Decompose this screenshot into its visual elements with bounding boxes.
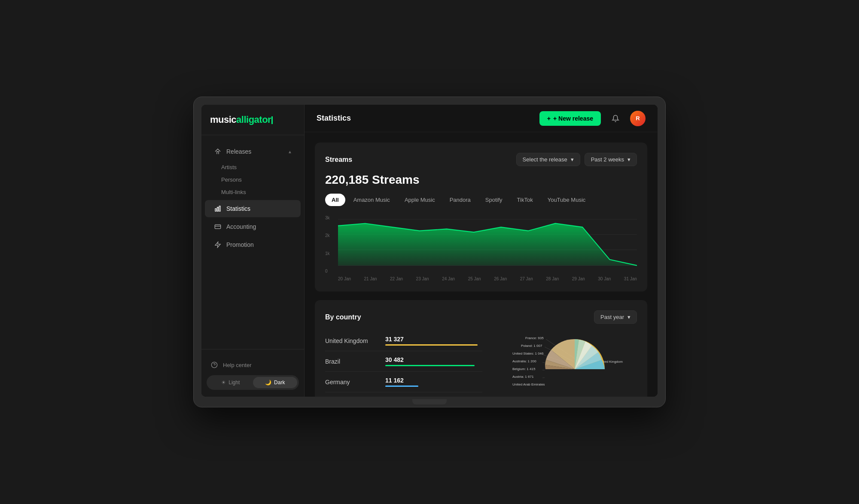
home-icon xyxy=(213,147,222,156)
tab-spotify[interactable]: Spotify xyxy=(479,194,509,206)
svg-text:United States: 1 046: United States: 1 046 xyxy=(512,352,544,355)
period-dropdown[interactable]: Past 2 weeks ▾ xyxy=(585,153,637,166)
sidebar-sub-persons[interactable]: Persons xyxy=(201,173,304,186)
country-value: 30 482 xyxy=(385,356,482,363)
releases-label: Releases xyxy=(226,148,288,155)
promotion-label: Promotion xyxy=(226,241,292,248)
svg-text:France: 935: France: 935 xyxy=(525,336,544,340)
svg-rect-3 xyxy=(215,225,220,228)
country-bar xyxy=(385,365,475,366)
platform-tabs: All Amazon Music Apple Music Pandora Spo… xyxy=(325,194,637,206)
accounting-label: Accounting xyxy=(226,223,292,230)
new-release-button[interactable]: + + New release xyxy=(539,111,601,126)
country-section: United Kingdom 31 327 Brazil 3 xyxy=(325,331,637,397)
theme-toggle: ☀ Light 🌙 Dark xyxy=(207,375,299,390)
content-area: Streams Select the release ▾ Past 2 week… xyxy=(305,132,658,397)
svg-text:Australia: 1 200: Australia: 1 200 xyxy=(512,359,536,363)
tab-pandora[interactable]: Pandora xyxy=(443,194,477,206)
svg-rect-2 xyxy=(219,206,220,211)
country-bar-area: 11 162 xyxy=(385,377,482,387)
sidebar: musicalligator Releases ▲ xyxy=(201,105,305,397)
help-center-item[interactable]: Help center xyxy=(205,356,301,373)
sidebar-bottom: Help center ☀ Light 🌙 Dark xyxy=(201,349,304,397)
tab-tiktok[interactable]: TikTok xyxy=(511,194,539,206)
donut-chart: France: 935 Poland: 1 007 United States:… xyxy=(504,331,624,397)
country-name: Germany xyxy=(325,379,385,386)
country-list: United Kingdom 31 327 Brazil 3 xyxy=(325,331,482,397)
streams-title: Streams xyxy=(325,156,352,164)
chevron-down-icon2: ▾ xyxy=(627,156,631,163)
svg-rect-1 xyxy=(217,207,219,211)
country-card-header: By country Past year ▾ xyxy=(325,310,637,324)
svg-rect-28 xyxy=(545,369,605,397)
topbar: Statistics + + New release R xyxy=(305,105,658,132)
country-value: 31 327 xyxy=(385,336,482,343)
sun-icon: ☀ xyxy=(221,380,226,386)
laptop-frame: musicalligator Releases ▲ xyxy=(193,97,666,407)
donut-chart-area: France: 935 Poland: 1 007 United States:… xyxy=(491,331,637,397)
app-layout: musicalligator Releases ▲ xyxy=(201,105,658,397)
select-release-dropdown[interactable]: Select the release ▾ xyxy=(516,153,580,166)
country-row: Germany 11 162 xyxy=(325,372,482,392)
sidebar-item-statistics[interactable]: Statistics xyxy=(205,200,301,217)
svg-text:Poland: 1 007: Poland: 1 007 xyxy=(521,344,542,348)
laptop-base xyxy=(201,397,658,407)
country-title: By country xyxy=(325,313,361,321)
streams-card-header: Streams Select the release ▾ Past 2 week… xyxy=(325,153,637,166)
svg-text:Belgium: 1 415: Belgium: 1 415 xyxy=(512,367,536,371)
country-card: By country Past year ▾ United Kingdom xyxy=(315,300,647,397)
country-row: Brazil 30 482 xyxy=(325,351,482,372)
statistics-label: Statistics xyxy=(226,205,292,212)
dark-theme-btn[interactable]: 🌙 Dark xyxy=(253,377,298,388)
country-bar xyxy=(385,386,418,387)
tab-youtube[interactable]: YouTube Music xyxy=(541,194,592,206)
releases-section: Releases ▲ Artists Persons Multi-links xyxy=(201,143,304,198)
logo-area: musicalligator xyxy=(201,105,304,135)
barchart-icon xyxy=(213,204,222,213)
tab-apple[interactable]: Apple Music xyxy=(398,194,442,206)
chart-area xyxy=(338,215,637,275)
sidebar-sub-artists[interactable]: Artists xyxy=(201,161,304,173)
chart-x-labels: 20 Jan 21 Jan 22 Jan 23 Jan 24 Jan 25 Ja… xyxy=(338,275,637,281)
streams-total: 220,185 Streams xyxy=(325,173,637,187)
notification-bell-icon[interactable] xyxy=(608,111,623,126)
sidebar-sub-multilinks[interactable]: Multi-links xyxy=(201,186,304,198)
country-value: 11 162 xyxy=(385,377,482,384)
chevron-icon: ▲ xyxy=(288,149,292,154)
help-icon xyxy=(210,361,219,369)
avatar[interactable]: R xyxy=(630,111,646,126)
country-bar-area: 30 482 xyxy=(385,356,482,366)
creditcard-icon xyxy=(213,222,222,231)
chevron-down-icon3: ▾ xyxy=(627,314,631,320)
light-theme-btn[interactable]: ☀ Light xyxy=(208,377,253,388)
sidebar-item-releases[interactable]: Releases ▲ xyxy=(205,143,301,160)
country-name: Brazil xyxy=(325,358,385,365)
sidebar-nav: Releases ▲ Artists Persons Multi-links xyxy=(201,135,304,349)
y-axis: 3k 2k 1k 0 xyxy=(325,215,330,274)
topbar-actions: + + New release R xyxy=(539,111,646,126)
tab-all[interactable]: All xyxy=(325,194,345,206)
tab-amazon[interactable]: Amazon Music xyxy=(347,194,396,206)
lightning-icon xyxy=(213,240,222,249)
laptop-screen: musicalligator Releases ▲ xyxy=(201,105,658,397)
svg-marker-5 xyxy=(215,242,220,247)
chart-svg xyxy=(338,215,637,275)
plus-icon: + xyxy=(547,115,551,122)
laptop-notch xyxy=(412,399,447,404)
chevron-down-icon: ▾ xyxy=(571,156,574,163)
svg-text:Austria: 1 671: Austria: 1 671 xyxy=(512,375,534,379)
moon-icon: 🌙 xyxy=(265,380,271,386)
streams-controls: Select the release ▾ Past 2 weeks ▾ xyxy=(516,153,637,166)
logo: musicalligator xyxy=(210,114,295,125)
sidebar-item-promotion[interactable]: Promotion xyxy=(205,236,301,253)
country-period-dropdown[interactable]: Past year ▾ xyxy=(594,310,637,324)
streams-card: Streams Select the release ▾ Past 2 week… xyxy=(315,143,647,291)
country-bar-area: 31 327 xyxy=(385,336,482,346)
country-bar xyxy=(385,344,478,346)
sidebar-item-accounting[interactable]: Accounting xyxy=(205,218,301,235)
page-title: Statistics xyxy=(317,114,539,123)
logo-cursor xyxy=(271,116,273,124)
country-name: United Kingdom xyxy=(325,337,385,344)
chart-wrapper: 3k 2k 1k 0 xyxy=(325,215,637,281)
country-row: United Kingdom 31 327 xyxy=(325,331,482,351)
